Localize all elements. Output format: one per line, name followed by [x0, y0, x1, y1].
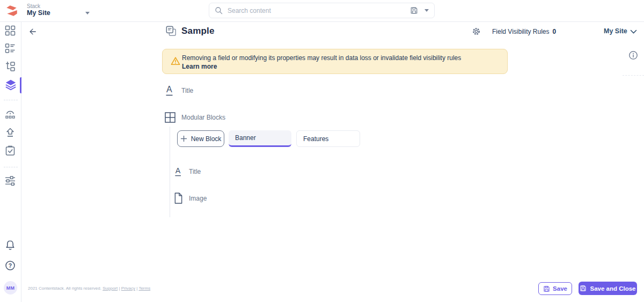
privacy-link[interactable]: Privacy: [121, 286, 135, 291]
top-bar: Stack My Site: [0, 0, 644, 22]
sidebar-divider: [4, 167, 18, 167]
save-and-close-button[interactable]: Save and Close: [579, 282, 637, 295]
search-input[interactable]: [228, 7, 408, 14]
save-floppy-icon: [580, 285, 587, 292]
saved-search-icon[interactable]: [410, 6, 418, 14]
support-link[interactable]: Support: [103, 286, 118, 291]
panel-divider: [623, 75, 644, 76]
field-modular-blocks-label: Modular Blocks: [181, 114, 225, 121]
chevron-down-icon[interactable]: [630, 30, 637, 34]
warning-message: Removing a field or modifying its proper…: [182, 54, 461, 62]
banner-field-image-label: Image: [189, 195, 207, 202]
active-nav-indicator: [20, 77, 21, 93]
banner-field-image[interactable]: Image: [174, 192, 207, 204]
stack-selector[interactable]: My Site: [27, 9, 50, 17]
learn-more-link[interactable]: Learn more: [182, 63, 217, 70]
terms-link[interactable]: Terms: [138, 286, 150, 291]
left-sidebar: ? MM: [0, 22, 21, 302]
save-button-label: Save: [553, 285, 567, 292]
search-bar[interactable]: [209, 3, 435, 18]
gear-icon[interactable]: [472, 27, 481, 36]
field-visibility-rules-link[interactable]: Field Visibility Rules0: [492, 28, 556, 35]
page-title: Sample: [181, 26, 215, 36]
warning-triangle-icon: [171, 56, 180, 66]
footer-separator: |: [136, 286, 137, 291]
tasks-icon[interactable]: [5, 145, 17, 157]
app-window: Stack My Site: [0, 0, 644, 302]
info-icon[interactable]: [628, 50, 638, 60]
footer-separator: |: [119, 286, 120, 291]
content-type-icon: [165, 25, 177, 37]
content-type-title-group: Sample: [165, 25, 215, 37]
svg-text:A: A: [175, 166, 181, 175]
plus-icon: [180, 135, 187, 142]
banner-field-title[interactable]: A Title: [174, 165, 201, 178]
text-field-icon: A: [165, 84, 175, 97]
notifications-bell-icon[interactable]: [5, 240, 17, 252]
releases-icon[interactable]: [5, 108, 17, 120]
warning-banner: Removing a field or modifying its proper…: [162, 49, 508, 74]
field-modular-blocks[interactable]: Modular Blocks: [165, 112, 225, 123]
block-tab-features[interactable]: Features: [296, 130, 360, 147]
modular-blocks-icon: [165, 112, 175, 123]
block-tab-label: Features: [303, 135, 328, 143]
text-field-icon: A: [174, 165, 183, 178]
field-title[interactable]: A Title: [165, 84, 193, 97]
sidebar-divider: [4, 100, 18, 100]
save-floppy-icon: [543, 285, 550, 292]
block-tab-label: Banner: [235, 134, 256, 142]
copyright-text: 2021 Contentstack. All rights reserved.: [28, 286, 101, 291]
contentstack-logo-icon[interactable]: [5, 4, 19, 18]
new-block-label: New Block: [191, 135, 222, 143]
dashboard-icon[interactable]: [5, 25, 17, 37]
stack-caret-down-icon[interactable]: [85, 12, 90, 14]
new-block-button[interactable]: New Block: [177, 130, 224, 147]
field-title-label: Title: [181, 87, 193, 94]
save-and-close-button-label: Save and Close: [590, 285, 635, 292]
user-avatar[interactable]: MM: [4, 281, 17, 294]
branch-selector[interactable]: My Site: [604, 27, 627, 35]
content-models-icon[interactable]: [5, 61, 17, 73]
svg-text:?: ?: [9, 262, 12, 269]
field-visibility-rules-label: Field Visibility Rules: [492, 28, 549, 35]
file-icon: [174, 192, 183, 204]
banner-field-title-label: Title: [189, 168, 201, 175]
save-button[interactable]: Save: [538, 282, 572, 295]
search-options-caret-icon[interactable]: [425, 9, 429, 12]
settings-icon[interactable]: [5, 175, 17, 187]
search-icon: [215, 6, 223, 15]
publish-queue-icon[interactable]: [5, 127, 17, 139]
footer-copyright: 2021 Contentstack. All rights reserved. …: [28, 286, 150, 291]
field-visibility-rules-count: 0: [552, 28, 556, 35]
entries-icon[interactable]: [5, 43, 17, 55]
stack-layers-icon-active[interactable]: [5, 79, 17, 91]
back-arrow-icon[interactable]: [28, 27, 38, 36]
svg-text:A: A: [166, 85, 172, 94]
help-icon[interactable]: ?: [5, 260, 17, 272]
stack-label: Stack: [27, 3, 40, 9]
block-tab-banner[interactable]: Banner: [229, 130, 291, 147]
schema-tree-line: [170, 127, 170, 217]
